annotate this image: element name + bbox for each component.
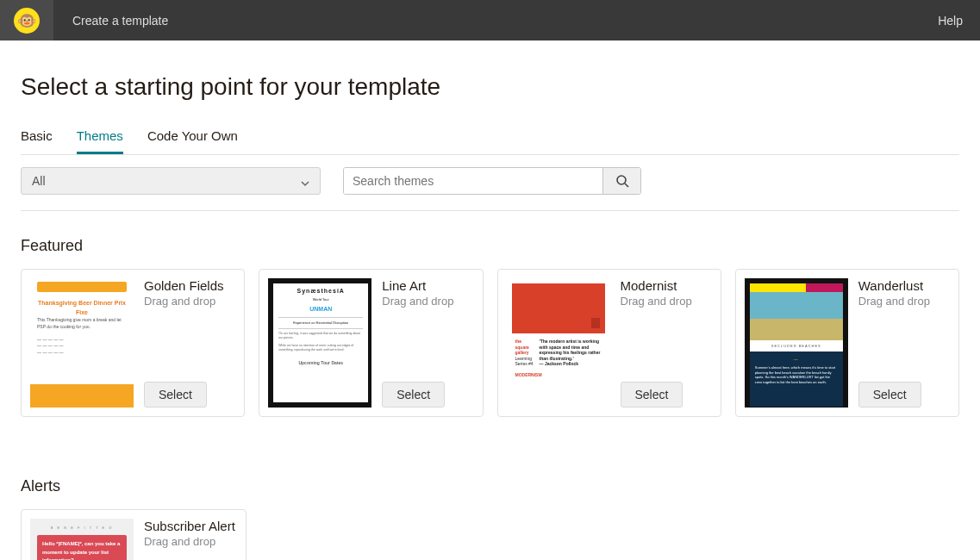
chevron-down-icon xyxy=(301,177,309,185)
select-button[interactable]: Select xyxy=(621,382,684,408)
mailchimp-logo-icon: 🐵 xyxy=(14,8,40,34)
select-button[interactable]: Select xyxy=(858,382,921,408)
page-title: Select a starting point for your templat… xyxy=(21,73,959,101)
filter-bar: All xyxy=(21,167,959,211)
template-title: Subscriber Alert xyxy=(144,519,237,533)
svg-line-1 xyxy=(625,184,628,187)
template-title: Wanderlust xyxy=(858,278,950,293)
breadcrumb: Create a template xyxy=(72,14,168,28)
template-card-subscriber-alert: B E N E F I T T E D Hello *|FNAME|*, can… xyxy=(21,509,247,560)
tab-code-your-own[interactable]: Code Your Own xyxy=(147,123,238,154)
select-button[interactable]: Select xyxy=(382,382,445,408)
template-subtitle: Drag and drop xyxy=(144,535,237,548)
template-subtitle: Drag and drop xyxy=(382,295,473,308)
logo[interactable]: 🐵 xyxy=(0,0,53,40)
tabs: Basic Themes Code Your Own xyxy=(21,123,959,155)
template-card-wanderlust: SECLUDED BEACHES — Summer's almost here,… xyxy=(735,269,959,417)
template-card-modernist: thesquaregalleryLearning Series #4MODERN… xyxy=(497,269,721,417)
search-box xyxy=(343,167,641,195)
search-input[interactable] xyxy=(344,168,602,194)
dropdown-value: All xyxy=(32,174,46,188)
template-subtitle: Drag and drop xyxy=(621,295,712,308)
template-thumbnail: Thanksgiving Beer Dinner Prix FixeThis T… xyxy=(30,278,134,408)
category-dropdown[interactable]: All xyxy=(21,167,321,195)
tab-themes[interactable]: Themes xyxy=(77,123,123,154)
page-content: Select a starting point for your templat… xyxy=(0,40,980,560)
topbar: 🐵 Create a template Help xyxy=(0,0,980,40)
template-title: Modernist xyxy=(621,278,712,293)
svg-point-0 xyxy=(617,176,626,184)
search-button[interactable] xyxy=(602,168,640,194)
section-title-featured: Featured xyxy=(21,237,959,255)
template-thumbnail: B E N E F I T T E D Hello *|FNAME|*, can… xyxy=(30,519,134,560)
template-subtitle: Drag and drop xyxy=(144,295,235,308)
select-button[interactable]: Select xyxy=(144,382,207,408)
alerts-cards: B E N E F I T T E D Hello *|FNAME|*, can… xyxy=(21,509,959,560)
template-thumbnail: SynæsthesiA World Tour UNMAN Experience … xyxy=(268,278,371,408)
template-card-line-art: SynæsthesiA World Tour UNMAN Experience … xyxy=(259,269,483,417)
template-card-golden-fields: Thanksgiving Beer Dinner Prix FixeThis T… xyxy=(21,269,245,417)
tab-basic[interactable]: Basic xyxy=(21,123,53,154)
template-thumbnail: SECLUDED BEACHES — Summer's almost here,… xyxy=(745,278,848,408)
template-thumbnail: thesquaregalleryLearning Series #4MODERN… xyxy=(507,278,610,408)
help-link[interactable]: Help xyxy=(938,14,963,28)
template-title: Line Art xyxy=(382,278,473,293)
featured-cards: Thanksgiving Beer Dinner Prix FixeThis T… xyxy=(21,269,959,417)
template-subtitle: Drag and drop xyxy=(858,295,950,308)
search-icon xyxy=(615,174,629,188)
section-title-alerts: Alerts xyxy=(21,477,959,495)
template-title: Golden Fields xyxy=(144,278,235,293)
